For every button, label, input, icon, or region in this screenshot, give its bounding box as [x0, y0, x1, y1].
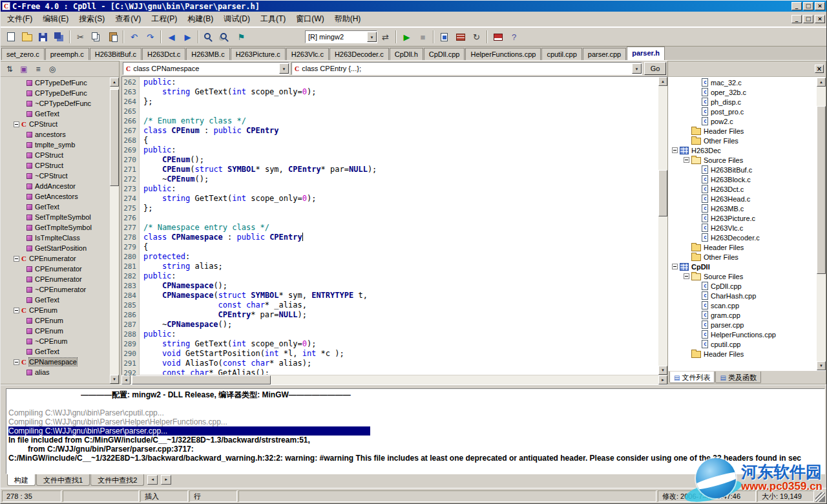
- node-h263dct-c[interactable]: H263Dct.c: [669, 184, 816, 194]
- collapse-icon[interactable]: [14, 256, 19, 262]
- output-tab-scroll-left[interactable]: ◄: [147, 475, 158, 485]
- output-tab-0[interactable]: 构建: [7, 474, 36, 486]
- chevron-down-icon[interactable]: [632, 63, 642, 74]
- output-line-0[interactable]: ————配置: mingw2 - DLL Release, 编译器类型: Min…: [81, 390, 824, 399]
- scope-combo[interactable]: class CPNamespace: [123, 62, 289, 75]
- doc-tab-h263bitbuf-c[interactable]: H263BitBuf.c: [90, 48, 141, 60]
- symbol-ancestors[interactable]: ancestors: [2, 129, 109, 140]
- scroll-up-icon[interactable]: [110, 78, 119, 87]
- scroll-track[interactable]: [110, 87, 119, 375]
- output-line-6[interactable]: from C:/WJJ/gnu/bin/Parser/parser.cpp:37…: [8, 445, 824, 454]
- code-line[interactable]: CPEnum(struct SYMBOL* sym, CPEntry* par=…: [143, 165, 658, 174]
- code-line[interactable]: string GetText(int scope_only=0);: [143, 339, 658, 349]
- node-oper-32b-c[interactable]: oper_32b.c: [669, 87, 816, 97]
- code-line[interactable]: ~CPEnum();: [143, 174, 658, 184]
- menu-item-3[interactable]: 查看(V): [110, 12, 146, 26]
- title-bar[interactable]: C-Free 4.0 : CpDll - [C:\WJJ\gnu\bin\Par…: [1, 1, 826, 12]
- scroll-track[interactable]: [658, 86, 667, 366]
- symbol-getstartposition[interactable]: GetStartPosition: [2, 243, 109, 253]
- symbol-cpenumerator[interactable]: CPEnumerator: [2, 274, 109, 284]
- node-header-files[interactable]: Header Files: [669, 242, 816, 252]
- doc-tab-set-zero-c[interactable]: set_zero.c: [1, 48, 45, 60]
- symbol-cptypedeffunc[interactable]: CPTypeDefFunc: [2, 78, 109, 88]
- node-source-files[interactable]: Source Files: [669, 155, 816, 165]
- code-line[interactable]: string GetText(int scope_only=0);: [143, 194, 658, 204]
- collapse-icon[interactable]: [684, 273, 689, 279]
- tab-classes-functions[interactable]: ▤类及函数: [715, 372, 760, 383]
- menu-item-1[interactable]: 编辑(E): [37, 12, 74, 26]
- editor[interactable]: 2622632642652662672682692702712722732742…: [121, 76, 667, 375]
- symbol-alias[interactable]: alias: [2, 367, 109, 377]
- symbol-cpstruct[interactable]: ~CPStruct: [2, 171, 109, 181]
- code-line[interactable]: /* Namespace entry class */: [143, 223, 658, 233]
- scroll-thumb[interactable]: [132, 375, 271, 384]
- code-line[interactable]: const char* GetAlias();: [143, 368, 658, 375]
- scroll-thumb[interactable]: [817, 106, 826, 274]
- menu-item-9[interactable]: 帮助(H): [330, 12, 366, 26]
- forward-button[interactable]: ▶: [180, 29, 196, 45]
- chevron-down-icon[interactable]: [367, 32, 377, 42]
- mdi-restore-button[interactable]: □: [803, 15, 813, 23]
- code-line[interactable]: };: [143, 97, 658, 107]
- paste-button[interactable]: [105, 29, 121, 45]
- doc-tab-preemph-c[interactable]: preemph.c: [45, 48, 89, 60]
- menu-item-7[interactable]: 工具(T): [255, 12, 291, 26]
- close-button[interactable]: ×: [815, 2, 825, 10]
- save-button[interactable]: [35, 29, 51, 45]
- code-line[interactable]: public:: [143, 78, 658, 87]
- copy-button[interactable]: [89, 29, 105, 45]
- doc-tab-helperfunctions-cpp[interactable]: HelperFunctions.cpp: [465, 48, 541, 60]
- scroll-up-icon[interactable]: [658, 77, 667, 86]
- scroll-down-icon[interactable]: [658, 366, 667, 375]
- code-line[interactable]: };: [143, 204, 658, 213]
- collapse-icon[interactable]: [684, 157, 689, 163]
- menu-item-4[interactable]: 工程(P): [146, 12, 182, 26]
- node-h263mb-c[interactable]: H263MB.c: [669, 204, 816, 213]
- symbol-cpenum[interactable]: CCPEnum: [2, 305, 109, 315]
- node-mac-32-c[interactable]: mac_32.c: [669, 78, 816, 87]
- stop-button[interactable]: ■: [415, 29, 431, 45]
- node-source-files[interactable]: Source Files: [669, 271, 816, 281]
- code-line[interactable]: ~CPNamespace();: [143, 320, 658, 330]
- doc-tab-parser-cpp[interactable]: parser.cpp: [583, 48, 626, 60]
- symbol-gettext[interactable]: GetText: [2, 109, 109, 119]
- find-button[interactable]: [201, 29, 217, 45]
- code-line[interactable]: {: [143, 242, 658, 252]
- node-cpdll[interactable]: CpDll: [669, 262, 816, 271]
- symbol-cpstruct[interactable]: CPStruct: [2, 150, 109, 160]
- open-file-button[interactable]: [19, 29, 35, 45]
- node-header-files[interactable]: Header Files: [669, 126, 816, 136]
- scroll-thumb[interactable]: [658, 170, 667, 216]
- scroll-down-icon[interactable]: [110, 375, 119, 384]
- code-line[interactable]: string GetText(int scope_only=0);: [143, 87, 658, 97]
- doc-tab-h263mb-c[interactable]: H263MB.c: [186, 48, 229, 60]
- collapse-icon[interactable]: [14, 359, 19, 365]
- node-h263head-c[interactable]: H263Head.c: [669, 194, 816, 204]
- symbol-cptypedeffunc[interactable]: CPTypeDefFunc: [2, 88, 109, 98]
- editor-hscrollbar[interactable]: [121, 375, 667, 384]
- node-h263picture-c[interactable]: H263Picture.c: [669, 213, 816, 223]
- doc-tab-cpdll-h[interactable]: CpDll.h: [390, 48, 423, 60]
- find-in-files-button[interactable]: [217, 29, 233, 45]
- collapse-icon[interactable]: [672, 264, 678, 269]
- output-tab-1[interactable]: 文件中查找1: [36, 474, 90, 486]
- collapse-icon[interactable]: [672, 147, 678, 153]
- mdi-close-button[interactable]: ×: [815, 15, 825, 23]
- save-all-button[interactable]: [51, 29, 67, 45]
- symbol-cpenumerator[interactable]: CCPEnumerator: [2, 253, 109, 264]
- symbol-settmpltesymbol[interactable]: SetTmplteSymbol: [2, 212, 109, 222]
- node-other-files[interactable]: Other Files: [669, 252, 816, 262]
- node-charhash-cpp[interactable]: CharHash.cpp: [669, 291, 816, 300]
- sort-button[interactable]: ⇅: [3, 63, 16, 75]
- symbol-cpnamespace[interactable]: CCPNamespace: [2, 357, 109, 367]
- symbol-getancestors[interactable]: GetAncestors: [2, 191, 109, 202]
- menu-item-0[interactable]: 文件(F): [2, 12, 37, 26]
- symbol-cpenumerator[interactable]: ~CPEnumerator: [2, 284, 109, 295]
- output-line-2[interactable]: Compiling C:\WJJ\gnu\bin\Parser\cputil.c…: [8, 408, 824, 417]
- output-tab-scroll-right[interactable]: ►: [161, 475, 171, 485]
- book-button[interactable]: [490, 29, 506, 45]
- code-line[interactable]: class CPNamespace : public CPEntry: [143, 233, 658, 242]
- node-ph-disp-c[interactable]: ph_disp.c: [669, 97, 816, 107]
- symbol-cptypedeffunc[interactable]: ~CPTypeDefFunc: [2, 98, 109, 109]
- code-line[interactable]: [143, 213, 658, 223]
